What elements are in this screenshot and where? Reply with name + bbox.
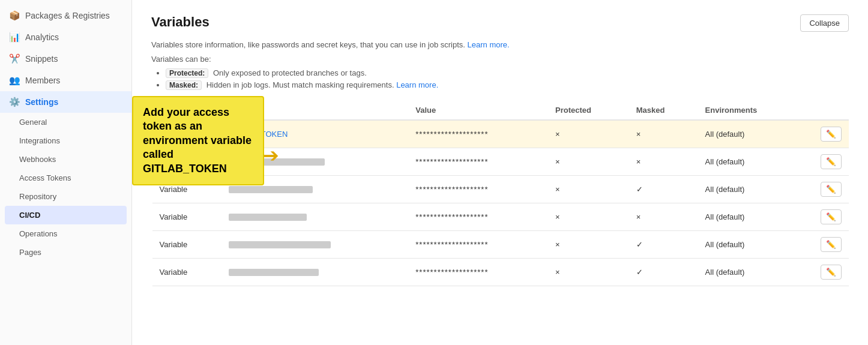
cell-protected: × [548, 230, 629, 258]
settings-submenu: General Integrations Webhooks Access Tok… [0, 113, 131, 262]
cell-type: Variable [152, 230, 222, 258]
protected-tag: Protected: [166, 68, 208, 78]
sidebar-item-members[interactable]: 👥 Members [0, 70, 131, 91]
annotation-arrow: ➔ [263, 144, 279, 167]
cell-masked: ✓ [629, 258, 698, 286]
packages-icon: 📦 [10, 11, 19, 20]
protected-text: Only exposed to protected branches or ta… [213, 68, 367, 77]
sidebar-subitem-general[interactable]: General [0, 113, 131, 131]
cell-action: ✏️ [813, 120, 849, 148]
cell-key [222, 203, 408, 230]
cell-protected: × [548, 203, 629, 230]
snippets-icon: ✂️ [10, 54, 19, 64]
settings-icon: ⚙️ [10, 97, 19, 107]
cell-value: ******************** [408, 230, 548, 258]
cell-environments: All (default) [698, 148, 813, 175]
sidebar-subitem-operations[interactable]: Operations [0, 224, 131, 243]
edit-button[interactable]: ✏️ [821, 182, 842, 197]
cell-protected: × [548, 175, 629, 203]
cell-environments: All (default) [698, 175, 813, 203]
sidebar-subitem-webhooks[interactable]: Webhooks [0, 150, 131, 169]
sidebar-subitem-pages[interactable]: Pages [0, 243, 131, 262]
cell-action: ✏️ [813, 148, 849, 175]
table-row: Variable********************×✓All (defau… [152, 258, 849, 286]
sidebar-subitem-repository[interactable]: Repository [0, 187, 131, 206]
cell-type: Variable [152, 258, 222, 286]
cell-masked: × [629, 203, 698, 230]
blurred-key [229, 214, 307, 221]
cell-value: ******************** [408, 258, 548, 286]
sidebar-item-packages[interactable]: 📦 Packages & Registries [0, 5, 131, 26]
cell-action: ✏️ [813, 203, 849, 230]
sidebar-item-label: Members [25, 76, 60, 85]
col-masked: Masked [629, 101, 698, 120]
annotation-box: Add your access token as an environment … [132, 96, 264, 185]
cell-action: ✏️ [813, 230, 849, 258]
cell-protected: × [548, 258, 629, 286]
table-row: Variable********************×✓All (defau… [152, 230, 849, 258]
masked-text: Hidden in job logs. Must match masking r… [206, 80, 394, 89]
sidebar-item-label: Snippets [25, 54, 58, 64]
sidebar-item-analytics[interactable]: 📊 Analytics [0, 26, 131, 48]
members-icon: 👥 [10, 76, 19, 85]
cell-protected: × [548, 120, 629, 148]
cell-value: ******************** [408, 175, 548, 203]
cell-action: ✏️ [813, 175, 849, 203]
edit-button[interactable]: ✏️ [821, 209, 842, 224]
cell-action: ✏️ [813, 258, 849, 286]
cell-masked: ✓ [629, 175, 698, 203]
sidebar: 📦 Packages & Registries 📊 Analytics ✂️ S… [0, 0, 132, 345]
annotation-text: Add your access token as an environment … [143, 106, 252, 175]
cell-environments: All (default) [698, 203, 813, 230]
sidebar-subitem-cicd[interactable]: CI/CD [5, 206, 127, 224]
cell-masked: × [629, 148, 698, 175]
page-header: Variables Collapse [151, 14, 849, 32]
cell-value: ******************** [408, 120, 548, 148]
sidebar-subitem-access-tokens[interactable]: Access Tokens [0, 169, 131, 187]
cell-masked: ✓ [629, 230, 698, 258]
cell-key [222, 258, 408, 286]
sidebar-item-snippets[interactable]: ✂️ Snippets [0, 48, 131, 70]
cell-value: ******************** [408, 148, 548, 175]
masked-learn-more-link[interactable]: Learn more. [396, 80, 438, 89]
bullet-list: Protected: Only exposed to protected bra… [151, 68, 849, 90]
collapse-button[interactable]: Collapse [800, 14, 849, 32]
page-title: Variables [151, 14, 209, 30]
col-value: Value [408, 101, 548, 120]
col-protected: Protected [548, 101, 629, 120]
blurred-key [229, 186, 313, 193]
masked-tag: Masked: [166, 80, 202, 90]
edit-button[interactable]: ✏️ [821, 237, 842, 252]
blurred-key [229, 241, 331, 248]
sidebar-item-label: Packages & Registries [25, 11, 110, 20]
edit-button[interactable]: ✏️ [821, 265, 842, 280]
col-actions [813, 101, 849, 120]
bullet-masked: Masked: Hidden in job logs. Must match m… [166, 80, 849, 90]
page-description: Variables store information, like passwo… [151, 39, 849, 51]
cell-key [222, 230, 408, 258]
sidebar-item-label: Settings [25, 97, 58, 107]
table-row: Variable********************××All (defau… [152, 203, 849, 230]
description-learn-more-link[interactable]: Learn more. [468, 40, 510, 49]
bullet-protected: Protected: Only exposed to protected bra… [166, 68, 849, 78]
analytics-icon: 📊 [10, 32, 19, 42]
sidebar-item-label: Analytics [25, 32, 59, 42]
sidebar-item-settings[interactable]: ⚙️ Settings [0, 91, 131, 113]
edit-button[interactable]: ✏️ [821, 127, 842, 142]
col-environments: Environments [698, 101, 813, 120]
main-content: Add your access token as an environment … [132, 0, 868, 345]
cell-environments: All (default) [698, 230, 813, 258]
can-be-text: Variables can be: [151, 55, 849, 64]
cell-value: ******************** [408, 203, 548, 230]
cell-environments: All (default) [698, 120, 813, 148]
cell-protected: × [548, 148, 629, 175]
blurred-key [229, 269, 319, 276]
cell-type: Variable [152, 203, 222, 230]
cell-masked: × [629, 120, 698, 148]
cell-environments: All (default) [698, 258, 813, 286]
sidebar-subitem-integrations[interactable]: Integrations [0, 131, 131, 150]
edit-button[interactable]: ✏️ [821, 154, 842, 169]
